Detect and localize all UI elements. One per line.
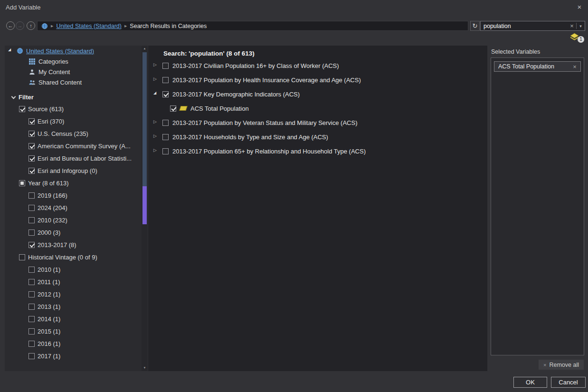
breadcrumb-root-link[interactable]: United States (Standard) (56, 23, 122, 29)
filter-option[interactable]: 2024 (204) (5, 201, 142, 214)
checkbox[interactable] (28, 328, 35, 335)
filter-option[interactable]: U.S. Census (235) (5, 127, 142, 140)
refresh-button[interactable]: ↻ (470, 21, 480, 31)
close-icon[interactable]: × (574, 2, 585, 12)
filter-option[interactable]: American Community Survey (A... (5, 140, 142, 152)
search-dropdown-icon[interactable]: ▾ (577, 24, 585, 29)
filter-option[interactable]: 2012 (1) (5, 288, 142, 300)
tree-item-categories[interactable]: Categories (5, 56, 142, 67)
expand-icon[interactable] (153, 91, 159, 97)
checkbox[interactable] (19, 180, 25, 186)
checkbox[interactable] (28, 118, 35, 124)
search-input[interactable] (481, 23, 568, 29)
filter-option[interactable]: 2011 (1) (5, 276, 142, 288)
sidebar-scrollbar[interactable]: ▲ ▼ (142, 46, 148, 371)
result-row[interactable]: 2013-2017 Population by Health Insurance… (148, 73, 487, 87)
scroll-up-icon[interactable]: ▲ (142, 46, 148, 52)
filter-label: Source (613) (28, 105, 64, 113)
selected-variable-item[interactable]: ACS Total Population × (494, 61, 581, 72)
filter-option[interactable]: Esri and Bureau of Labor Statisti... (5, 152, 142, 164)
result-row[interactable]: 2013-2017 Population by Veteran Status a… (148, 115, 487, 130)
chevron-down-icon (11, 95, 16, 99)
checkbox[interactable] (162, 120, 169, 126)
checkbox[interactable] (28, 155, 35, 162)
checkbox[interactable] (28, 291, 35, 297)
checkbox[interactable] (162, 77, 169, 83)
result-row[interactable]: 2013-2017 Households by Type and Size an… (148, 130, 487, 144)
dialog-title: Add Variable (6, 4, 40, 11)
checkbox[interactable] (28, 316, 35, 322)
checkbox[interactable] (28, 242, 35, 248)
filter-option[interactable]: Esri (370) (5, 115, 142, 127)
result-variable-row[interactable]: ACS Total Population (148, 101, 487, 115)
checkbox[interactable] (28, 304, 35, 310)
checkbox[interactable] (28, 279, 35, 285)
up-button[interactable]: ↑ (27, 21, 35, 30)
filter-label: 2019 (166) (38, 192, 67, 199)
filter-label: Historical Vintage (0 of 9) (28, 254, 97, 261)
expand-icon[interactable] (153, 120, 159, 125)
result-label: 2013-2017 Households by Type and Size an… (172, 134, 328, 141)
checkbox[interactable] (28, 205, 35, 211)
back-button[interactable]: ← (6, 21, 15, 30)
result-row[interactable]: 2013-2017 Population 65+ by Relationship… (148, 144, 487, 158)
checkbox[interactable] (162, 134, 169, 140)
result-row[interactable]: 2013-2017 Civilian Population 16+ by Cla… (148, 58, 487, 73)
filter-option[interactable]: 2016 (1) (5, 337, 142, 350)
checkbox[interactable] (28, 217, 35, 223)
filter-group-year[interactable]: Year (8 of 613) (5, 177, 142, 189)
expand-icon[interactable] (153, 134, 159, 140)
checkbox[interactable] (28, 131, 35, 137)
filter-option[interactable]: 2014 (1) (5, 313, 142, 325)
tree-item-united-states[interactable]: United States (Standard) (5, 46, 142, 56)
checkbox[interactable] (162, 91, 169, 97)
expand-icon[interactable] (153, 77, 159, 83)
result-row[interactable]: 2013-2017 Key Demographic Indicators (AC… (148, 87, 487, 101)
filter-group-source[interactable]: Source (613) (5, 103, 142, 115)
filter-option[interactable]: 2015 (1) (5, 325, 142, 337)
catalog-tree-panel: United States (Standard) Categories My C… (5, 46, 142, 371)
filter-section-header[interactable]: Filter (5, 91, 142, 103)
filter-option[interactable]: 2013 (1) (5, 300, 142, 313)
expand-icon[interactable] (153, 63, 159, 68)
cancel-button[interactable]: Cancel (551, 377, 586, 388)
filter-label: Esri and Infogroup (0) (38, 167, 97, 174)
filter-option[interactable]: 2010 (232) (5, 214, 142, 226)
tree-item-shared-content[interactable]: Shared Content (5, 77, 142, 87)
checkbox[interactable] (19, 106, 25, 112)
selected-variables-title: Selected Variables (487, 46, 588, 55)
checkbox[interactable] (162, 148, 169, 154)
remove-all-label: Remove all (549, 362, 579, 368)
checkbox[interactable] (19, 254, 25, 260)
selected-variables-badge[interactable]: 1 (569, 32, 587, 44)
count-badge: 1 (578, 36, 584, 43)
ok-button[interactable]: OK (513, 377, 547, 388)
expand-icon[interactable] (8, 48, 13, 54)
checkbox[interactable] (28, 168, 35, 174)
search-box: × ▾ (480, 21, 585, 31)
checkbox[interactable] (162, 63, 169, 69)
filter-group-historical-vintage[interactable]: Historical Vintage (0 of 9) (5, 251, 142, 263)
filter-option[interactable]: 2010 (1) (5, 263, 142, 276)
scroll-down-icon[interactable]: ▼ (142, 365, 148, 371)
clear-search-icon[interactable]: × (568, 22, 576, 29)
checkbox[interactable] (170, 105, 176, 112)
checkbox[interactable] (28, 341, 35, 347)
tree-item-my-content[interactable]: My Content (5, 67, 142, 77)
filter-option[interactable]: 2013-2017 (8) (5, 239, 142, 251)
remove-all-button[interactable]: × Remove all (539, 360, 584, 370)
checkbox[interactable] (28, 143, 35, 149)
filter-option[interactable]: 2017 (1) (5, 350, 142, 362)
globe-icon (16, 48, 23, 55)
filter-option[interactable]: 2000 (3) (5, 226, 142, 239)
checkbox[interactable] (28, 353, 35, 359)
remove-item-icon[interactable]: × (571, 63, 579, 70)
breadcrumb-separator-icon: ▶ (51, 21, 53, 31)
expand-icon[interactable] (153, 148, 159, 154)
filter-option[interactable]: 2019 (166) (5, 189, 142, 201)
filter-option[interactable]: Esri and Infogroup (0) (5, 164, 142, 177)
checkbox[interactable] (28, 267, 35, 273)
forward-button[interactable]: → (16, 21, 24, 30)
checkbox[interactable] (28, 229, 35, 236)
checkbox[interactable] (28, 192, 35, 199)
